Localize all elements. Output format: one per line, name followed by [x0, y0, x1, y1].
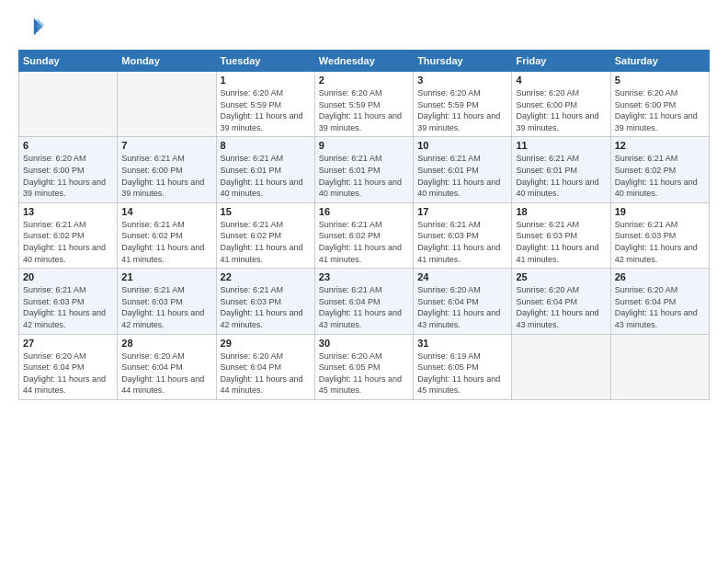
day-number: 3 — [417, 75, 507, 86]
day-info: Sunrise: 6:19 AMSunset: 6:05 PMDaylight:… — [417, 350, 507, 396]
day-info: Sunrise: 6:21 AMSunset: 6:02 PMDaylight:… — [615, 153, 705, 199]
calendar-cell: 15Sunrise: 6:21 AMSunset: 6:02 PMDayligh… — [216, 202, 314, 268]
day-number: 15 — [221, 206, 311, 217]
day-info: Sunrise: 6:21 AMSunset: 6:03 PMDaylight:… — [417, 219, 507, 265]
calendar-cell: 19Sunrise: 6:21 AMSunset: 6:03 PMDayligh… — [610, 202, 709, 268]
weekday-header-thursday: Thursday — [414, 51, 512, 72]
calendar-cell: 28Sunrise: 6:20 AMSunset: 6:04 PMDayligh… — [118, 334, 216, 399]
day-number: 22 — [221, 271, 311, 282]
day-number: 24 — [417, 271, 507, 282]
day-info: Sunrise: 6:21 AMSunset: 6:01 PMDaylight:… — [221, 153, 311, 199]
logo — [18, 15, 48, 40]
calendar-cell: 31Sunrise: 6:19 AMSunset: 6:05 PMDayligh… — [414, 334, 512, 399]
calendar-cell: 2Sunrise: 6:20 AMSunset: 5:59 PMDaylight… — [314, 72, 413, 137]
calendar-cell: 9Sunrise: 6:21 AMSunset: 6:01 PMDaylight… — [314, 137, 413, 202]
calendar-cell: 6Sunrise: 6:20 AMSunset: 6:00 PMDaylight… — [19, 137, 118, 202]
day-number: 12 — [615, 140, 705, 151]
calendar-cell: 14Sunrise: 6:21 AMSunset: 6:02 PMDayligh… — [118, 202, 216, 268]
calendar-cell: 21Sunrise: 6:21 AMSunset: 6:03 PMDayligh… — [118, 269, 216, 334]
weekday-header-tuesday: Tuesday — [216, 51, 314, 72]
day-info: Sunrise: 6:20 AMSunset: 6:04 PMDaylight:… — [23, 350, 113, 396]
calendar-cell: 24Sunrise: 6:20 AMSunset: 6:04 PMDayligh… — [414, 269, 512, 334]
day-number: 23 — [319, 271, 409, 282]
day-info: Sunrise: 6:20 AMSunset: 6:04 PMDaylight:… — [221, 350, 311, 396]
day-number: 2 — [319, 75, 409, 86]
day-info: Sunrise: 6:21 AMSunset: 6:03 PMDaylight:… — [23, 284, 113, 330]
calendar-cell: 26Sunrise: 6:20 AMSunset: 6:04 PMDayligh… — [610, 269, 709, 334]
calendar-cell: 1Sunrise: 6:20 AMSunset: 5:59 PMDaylight… — [216, 72, 314, 137]
calendar-table: SundayMondayTuesdayWednesdayThursdayFrid… — [18, 50, 710, 400]
day-info: Sunrise: 6:21 AMSunset: 6:02 PMDaylight:… — [121, 219, 211, 265]
calendar-cell: 5Sunrise: 6:20 AMSunset: 6:00 PMDaylight… — [610, 72, 709, 137]
day-info: Sunrise: 6:21 AMSunset: 6:03 PMDaylight:… — [615, 219, 705, 265]
day-info: Sunrise: 6:20 AMSunset: 6:04 PMDaylight:… — [121, 350, 211, 396]
calendar-cell: 16Sunrise: 6:21 AMSunset: 6:02 PMDayligh… — [314, 202, 413, 268]
day-info: Sunrise: 6:21 AMSunset: 6:03 PMDaylight:… — [516, 219, 606, 265]
day-number: 26 — [615, 271, 705, 282]
day-info: Sunrise: 6:21 AMSunset: 6:02 PMDaylight:… — [319, 219, 409, 265]
svg-marker-1 — [38, 18, 44, 32]
weekday-header-row: SundayMondayTuesdayWednesdayThursdayFrid… — [19, 51, 710, 72]
calendar-cell: 27Sunrise: 6:20 AMSunset: 6:04 PMDayligh… — [19, 334, 118, 399]
day-number: 31 — [417, 338, 507, 349]
day-info: Sunrise: 6:20 AMSunset: 6:00 PMDaylight:… — [516, 87, 606, 133]
day-info: Sunrise: 6:20 AMSunset: 5:59 PMDaylight:… — [221, 87, 311, 133]
calendar-cell: 3Sunrise: 6:20 AMSunset: 5:59 PMDaylight… — [414, 72, 512, 137]
day-number: 27 — [23, 338, 113, 349]
day-number: 1 — [221, 75, 311, 86]
logo-icon — [18, 15, 44, 40]
weekday-header-wednesday: Wednesday — [314, 51, 413, 72]
day-info: Sunrise: 6:21 AMSunset: 6:03 PMDaylight:… — [221, 284, 311, 330]
day-number: 28 — [121, 338, 211, 349]
day-info: Sunrise: 6:20 AMSunset: 6:04 PMDaylight:… — [417, 284, 507, 330]
day-number: 30 — [319, 338, 409, 349]
calendar-cell: 18Sunrise: 6:21 AMSunset: 6:03 PMDayligh… — [512, 202, 610, 268]
weekday-header-sunday: Sunday — [19, 51, 118, 72]
calendar-cell: 22Sunrise: 6:21 AMSunset: 6:03 PMDayligh… — [216, 269, 314, 334]
calendar-cell: 7Sunrise: 6:21 AMSunset: 6:00 PMDaylight… — [118, 137, 216, 202]
day-number: 5 — [615, 75, 705, 86]
day-info: Sunrise: 6:21 AMSunset: 6:04 PMDaylight:… — [319, 284, 409, 330]
day-info: Sunrise: 6:20 AMSunset: 6:04 PMDaylight:… — [516, 284, 606, 330]
day-number: 19 — [615, 206, 705, 217]
calendar-cell: 10Sunrise: 6:21 AMSunset: 6:01 PMDayligh… — [414, 137, 512, 202]
day-info: Sunrise: 6:21 AMSunset: 6:01 PMDaylight:… — [417, 153, 507, 199]
calendar-cell: 29Sunrise: 6:20 AMSunset: 6:04 PMDayligh… — [216, 334, 314, 399]
day-info: Sunrise: 6:20 AMSunset: 6:00 PMDaylight:… — [615, 87, 705, 133]
day-number: 6 — [23, 140, 113, 151]
day-number: 4 — [516, 75, 606, 86]
calendar-cell — [118, 72, 216, 137]
calendar-cell: 20Sunrise: 6:21 AMSunset: 6:03 PMDayligh… — [19, 269, 118, 334]
day-number: 16 — [319, 206, 409, 217]
calendar-cell — [512, 334, 610, 399]
calendar-cell: 13Sunrise: 6:21 AMSunset: 6:02 PMDayligh… — [19, 202, 118, 268]
week-row-3: 13Sunrise: 6:21 AMSunset: 6:02 PMDayligh… — [19, 202, 710, 268]
day-info: Sunrise: 6:21 AMSunset: 6:02 PMDaylight:… — [23, 219, 113, 265]
day-info: Sunrise: 6:21 AMSunset: 6:03 PMDaylight:… — [121, 284, 211, 330]
day-info: Sunrise: 6:21 AMSunset: 6:02 PMDaylight:… — [221, 219, 311, 265]
day-number: 21 — [121, 271, 211, 282]
calendar-cell — [19, 72, 118, 137]
day-number: 8 — [221, 140, 311, 151]
calendar-cell: 23Sunrise: 6:21 AMSunset: 6:04 PMDayligh… — [314, 269, 413, 334]
weekday-header-saturday: Saturday — [610, 51, 709, 72]
day-number: 18 — [516, 206, 606, 217]
day-info: Sunrise: 6:20 AMSunset: 6:04 PMDaylight:… — [615, 284, 705, 330]
day-info: Sunrise: 6:20 AMSunset: 6:05 PMDaylight:… — [319, 350, 409, 396]
calendar-cell: 11Sunrise: 6:21 AMSunset: 6:01 PMDayligh… — [512, 137, 610, 202]
week-row-4: 20Sunrise: 6:21 AMSunset: 6:03 PMDayligh… — [19, 269, 710, 334]
day-info: Sunrise: 6:20 AMSunset: 5:59 PMDaylight:… — [319, 87, 409, 133]
day-info: Sunrise: 6:21 AMSunset: 6:01 PMDaylight:… — [516, 153, 606, 199]
day-number: 7 — [121, 140, 211, 151]
day-number: 9 — [319, 140, 409, 151]
day-info: Sunrise: 6:20 AMSunset: 5:59 PMDaylight:… — [417, 87, 507, 133]
day-info: Sunrise: 6:21 AMSunset: 6:01 PMDaylight:… — [319, 153, 409, 199]
calendar-cell: 8Sunrise: 6:21 AMSunset: 6:01 PMDaylight… — [216, 137, 314, 202]
day-number: 29 — [221, 338, 311, 349]
weekday-header-monday: Monday — [118, 51, 216, 72]
week-row-5: 27Sunrise: 6:20 AMSunset: 6:04 PMDayligh… — [19, 334, 710, 399]
day-info: Sunrise: 6:21 AMSunset: 6:00 PMDaylight:… — [121, 153, 211, 199]
calendar-cell: 25Sunrise: 6:20 AMSunset: 6:04 PMDayligh… — [512, 269, 610, 334]
calendar-cell: 4Sunrise: 6:20 AMSunset: 6:00 PMDaylight… — [512, 72, 610, 137]
day-number: 10 — [417, 140, 507, 151]
